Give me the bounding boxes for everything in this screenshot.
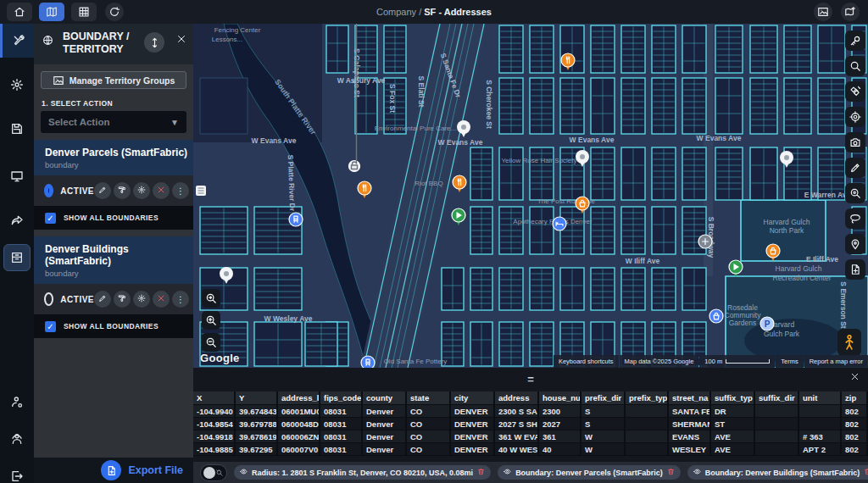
table-row[interactable]: -104.991839.678619060006ZN08031DenverCOD…: [193, 430, 868, 443]
selection-chip[interactable]: Boundary: Denver Parcels (SmartFabric): [498, 465, 681, 480]
selection-chip[interactable]: Radius: 1. 2801 S Franklin St, Denver, C…: [234, 465, 491, 480]
show-all-checkbox[interactable]: ✓: [45, 321, 56, 332]
boundary-settings-button[interactable]: [133, 182, 150, 199]
selection-chip[interactable]: Boundary: Denver Buildings (SmartFabric): [687, 465, 868, 480]
save-icon: [10, 122, 24, 136]
column-header[interactable]: state: [407, 391, 451, 405]
edit-boundary-button[interactable]: [94, 182, 111, 199]
tools-tab[interactable]: [0, 24, 34, 58]
table-row[interactable]: -104.994039.67484306001MU008031DenverCOD…: [193, 405, 868, 418]
draw-tool-button[interactable]: [845, 158, 865, 178]
map-marker-blue[interactable]: [553, 217, 566, 230]
select-action-dropdown[interactable]: Select Action▼: [41, 111, 186, 133]
satellite-tool-button[interactable]: [845, 81, 865, 102]
park-label: North Park: [770, 226, 804, 235]
map-marker-train[interactable]: [361, 356, 375, 368]
column-header[interactable]: Y: [236, 391, 278, 405]
boundary-settings-button[interactable]: [133, 291, 150, 308]
key-tool-button[interactable]: [845, 31, 865, 51]
visibility-toggle[interactable]: [200, 464, 227, 481]
save-tab[interactable]: [3, 115, 31, 142]
grid-view-button[interactable]: [71, 3, 97, 21]
map-view-button[interactable]: [39, 3, 64, 21]
boundary-tool-tab[interactable]: [3, 244, 31, 271]
column-header[interactable]: prefix_dir: [581, 391, 626, 405]
park-label: Recreation Center: [773, 274, 832, 282]
logout-button[interactable]: [3, 463, 31, 483]
active-radio[interactable]: [44, 184, 53, 197]
manage-territory-groups-button[interactable]: Manage Territory Groups: [41, 71, 186, 89]
column-header[interactable]: house_nu: [539, 391, 581, 405]
new-map-button[interactable]: [841, 3, 860, 21]
share-tab[interactable]: [3, 207, 31, 234]
column-header[interactable]: street_na: [669, 391, 711, 405]
panel-close-button[interactable]: [176, 34, 186, 44]
support-tab[interactable]: [3, 425, 31, 452]
streetview-capture-button[interactable]: [845, 132, 865, 153]
active-radio[interactable]: [44, 292, 53, 306]
boundary-section-header[interactable]: Denver Parcels (SmartFabric)boundary: [34, 140, 193, 175]
terms-link[interactable]: Terms: [776, 355, 803, 368]
remove-boundary-button[interactable]: [153, 182, 170, 199]
panel-move-button[interactable]: [144, 32, 164, 53]
column-header[interactable]: unit: [799, 391, 842, 405]
table-row[interactable]: -104.988539.67295060007V008031DenverCODE…: [193, 443, 868, 456]
table-drag-strip[interactable]: =: [193, 368, 868, 390]
column-header[interactable]: city: [451, 391, 495, 405]
file-tool-button[interactable]: [845, 259, 865, 280]
eye-icon[interactable]: [240, 468, 248, 477]
locate-tool-button[interactable]: [845, 107, 865, 127]
undo-button[interactable]: [105, 3, 124, 21]
column-header[interactable]: X: [193, 391, 236, 405]
boundary-territory-panel: BOUNDARY / TERRITORY Manage Territory Gr…: [34, 24, 193, 483]
show-all-checkbox[interactable]: ✓: [45, 213, 56, 224]
zoom-search-button[interactable]: [845, 183, 865, 203]
column-header[interactable]: address: [495, 391, 539, 405]
settings-tab[interactable]: [3, 71, 31, 98]
chip-delete-icon[interactable]: [864, 468, 868, 477]
screenshot-button[interactable]: [814, 3, 832, 21]
drag-handle[interactable]: =: [527, 373, 534, 386]
report-map-error-link[interactable]: Report a map error: [804, 355, 868, 368]
boundary-section-header[interactable]: Denver Buildings (SmartFabric)boundary: [34, 236, 193, 284]
pegman-control[interactable]: [837, 329, 861, 356]
zoom-out-button[interactable]: [202, 333, 220, 352]
column-header[interactable]: address_l: [278, 391, 320, 405]
style-boundary-button[interactable]: [114, 182, 131, 199]
edit-boundary-button[interactable]: [94, 291, 111, 308]
column-header[interactable]: fips_code: [320, 391, 363, 405]
style-boundary-button[interactable]: [114, 291, 131, 308]
more-options-button[interactable]: ⋮: [172, 291, 189, 308]
map-marker-blue[interactable]: [709, 309, 723, 323]
remove-boundary-button[interactable]: [153, 291, 170, 308]
more-options-button[interactable]: ⋮: [172, 182, 189, 199]
lasso-tool-button[interactable]: [845, 208, 865, 229]
eye-icon[interactable]: [504, 468, 511, 477]
zoom-in-button[interactable]: [202, 311, 220, 330]
column-header[interactable]: suffix_typ: [711, 391, 755, 405]
table-row[interactable]: -104.985439.6797880600048D08031DenverCOD…: [193, 418, 868, 430]
keyboard-shortcuts-link[interactable]: Keyboard shortcuts: [554, 355, 619, 368]
chip-delete-icon[interactable]: [667, 468, 675, 477]
export-file-icon[interactable]: [101, 460, 121, 480]
column-header[interactable]: suffix_dir: [755, 391, 799, 405]
eye-icon[interactable]: [693, 468, 701, 477]
table-close-button[interactable]: [850, 372, 860, 381]
user-settings-tab[interactable]: [3, 388, 31, 415]
map-marker-church[interactable]: [698, 235, 712, 248]
pin-tool-button[interactable]: [845, 234, 865, 254]
column-header[interactable]: county: [363, 391, 407, 405]
home-button[interactable]: [7, 3, 32, 21]
map-marker-blue[interactable]: [289, 213, 303, 226]
map-marker-parking[interactable]: P: [760, 317, 774, 330]
column-header[interactable]: zip: [842, 391, 868, 405]
map-canvas[interactable]: W Evans AveW Evans AveW Evans AveW Evans…: [193, 24, 868, 368]
gear-icon: [10, 78, 24, 92]
chip-delete-icon[interactable]: [477, 468, 485, 477]
map-marker-sign[interactable]: [196, 186, 206, 196]
column-header[interactable]: prefix_typ: [626, 391, 669, 405]
zoom-fit-button[interactable]: [202, 289, 220, 308]
presentation-tab[interactable]: [3, 163, 31, 190]
export-file-button[interactable]: Export File: [128, 464, 183, 476]
search-tool-button[interactable]: [845, 56, 865, 76]
